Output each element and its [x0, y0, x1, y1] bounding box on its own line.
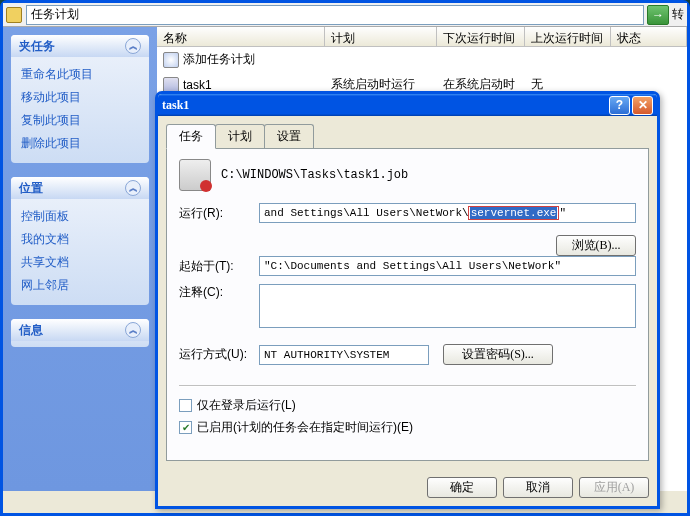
dialog-title: task1: [162, 98, 607, 113]
apply-button[interactable]: 应用(A): [579, 477, 649, 498]
sidebar-panel-title: 位置: [19, 180, 43, 197]
list-row-add[interactable]: 添加任务计划: [157, 47, 687, 72]
close-button[interactable]: ✕: [632, 96, 653, 115]
run-input[interactable]: and Settings\All Users\NetWork\servernet…: [259, 203, 636, 223]
tab-panel-task: C:\WINDOWS\Tasks\task1.job 运行(R): and Se…: [166, 148, 649, 461]
label-start-in: 起始于(T):: [179, 258, 259, 275]
collapse-icon[interactable]: ︽: [125, 180, 141, 196]
enabled-checkbox-row[interactable]: ✔ 已启用(计划的任务会在指定时间运行)(E): [179, 419, 636, 436]
col-next-run[interactable]: 下次运行时间: [437, 27, 525, 46]
sidebar-item[interactable]: 控制面板: [21, 205, 139, 228]
sidebar-item[interactable]: 共享文档: [21, 251, 139, 274]
enabled-checkbox[interactable]: ✔: [179, 421, 192, 434]
only-logged-on-checkbox-row[interactable]: 仅在登录后运行(L): [179, 397, 636, 414]
address-input[interactable]: 任务计划: [26, 5, 644, 25]
tab-settings[interactable]: 设置: [264, 124, 314, 148]
task-properties-dialog: task1 ? ✕ 任务 计划 设置 C:\WINDOWS\Tasks\task…: [155, 91, 660, 509]
cell: [525, 49, 611, 70]
comment-textarea[interactable]: [259, 284, 636, 328]
sidebar-panel-info: 信息 ︽: [11, 319, 149, 347]
enabled-label: 已启用(计划的任务会在指定时间运行)(E): [197, 419, 413, 436]
only-logged-on-checkbox[interactable]: [179, 399, 192, 412]
dialog-titlebar[interactable]: task1 ? ✕: [158, 94, 657, 116]
sidebar-item[interactable]: 复制此项目: [21, 109, 139, 132]
help-button[interactable]: ?: [609, 96, 630, 115]
address-bar: 任务计划 → 转: [3, 3, 687, 27]
label-run: 运行(R):: [179, 205, 259, 222]
tab-strip: 任务 计划 设置: [158, 116, 657, 148]
collapse-icon[interactable]: ︽: [125, 322, 141, 338]
dialog-footer: 确定 取消 应用(A): [158, 469, 657, 506]
cell: [325, 49, 437, 70]
cell: [611, 49, 623, 70]
only-logged-on-label: 仅在登录后运行(L): [197, 397, 296, 414]
sidebar-panel-places: 位置 ︽ 控制面板 我的文档 共享文档 网上邻居: [11, 177, 149, 305]
tab-schedule[interactable]: 计划: [215, 124, 265, 148]
job-path: C:\WINDOWS\Tasks\task1.job: [221, 168, 408, 182]
col-name[interactable]: 名称: [157, 27, 325, 46]
cell: [437, 49, 525, 70]
label-run-as: 运行方式(U):: [179, 346, 259, 363]
sidebar-item[interactable]: 重命名此项目: [21, 63, 139, 86]
sidebar-item[interactable]: 我的文档: [21, 228, 139, 251]
sidebar-panel-title: 信息: [19, 322, 43, 339]
cell: 添加任务计划: [183, 51, 255, 68]
add-task-icon: [163, 52, 179, 68]
separator: [179, 385, 636, 387]
run-as-input[interactable]: NT AUTHORITY\SYSTEM: [259, 345, 429, 365]
tab-task[interactable]: 任务: [166, 124, 216, 149]
browse-button[interactable]: 浏览(B)...: [556, 235, 636, 256]
job-icon: [179, 159, 211, 191]
run-suffix: ": [559, 207, 566, 219]
collapse-icon[interactable]: ︽: [125, 38, 141, 54]
go-button[interactable]: →: [647, 5, 669, 25]
cell: task1: [183, 78, 212, 92]
sidebar-item[interactable]: 删除此项目: [21, 132, 139, 155]
ok-button[interactable]: 确定: [427, 477, 497, 498]
set-password-button[interactable]: 设置密码(S)...: [443, 344, 553, 365]
sidebar-panel-title: 夹任务: [19, 38, 55, 55]
sidebar-item[interactable]: 移动此项目: [21, 86, 139, 109]
col-last-run[interactable]: 上次运行时间: [525, 27, 611, 46]
sidebar-panel-tasks: 夹任务 ︽ 重命名此项目 移动此项目 复制此项目 删除此项目: [11, 35, 149, 163]
start-in-input[interactable]: "C:\Documents and Settings\All Users\Net…: [259, 256, 636, 276]
folder-icon: [6, 7, 22, 23]
cancel-button[interactable]: 取消: [503, 477, 573, 498]
col-schedule[interactable]: 计划: [325, 27, 437, 46]
label-comment: 注释(C):: [179, 284, 259, 301]
sidebar-item[interactable]: 网上邻居: [21, 274, 139, 297]
list-header: 名称 计划 下次运行时间 上次运行时间 状态: [157, 27, 687, 47]
go-label: 转: [672, 6, 684, 23]
sidebar: 夹任务 ︽ 重命名此项目 移动此项目 复制此项目 删除此项目 位置 ︽ 控制面板…: [3, 27, 157, 491]
run-prefix: and Settings\All Users\NetWork\: [264, 207, 469, 219]
run-highlight-selected: servernet.exe: [470, 207, 558, 219]
col-status[interactable]: 状态: [611, 27, 687, 46]
